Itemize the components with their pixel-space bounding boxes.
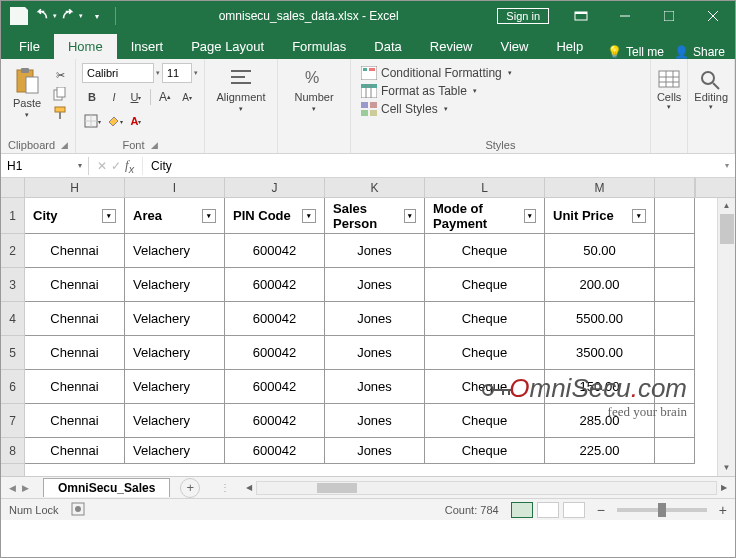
row-header[interactable]: 5: [1, 336, 24, 370]
italic-button[interactable]: I: [104, 87, 124, 107]
col-header-j[interactable]: J: [225, 178, 325, 197]
tell-me[interactable]: 💡Tell me: [607, 45, 664, 59]
table-cell[interactable]: Cheque: [425, 404, 545, 438]
table-cell[interactable]: 600042: [225, 268, 325, 302]
scroll-thumb[interactable]: [317, 483, 357, 493]
sheet-next-icon[interactable]: ▶: [22, 483, 29, 493]
table-cell[interactable]: Chennai: [25, 234, 125, 268]
tab-review[interactable]: Review: [416, 34, 487, 59]
zoom-slider[interactable]: [617, 508, 707, 512]
table-cell[interactable]: Velachery: [125, 268, 225, 302]
conditional-formatting-button[interactable]: Conditional Formatting▾: [357, 65, 516, 81]
table-cell[interactable]: [655, 234, 695, 268]
table-cell[interactable]: 600042: [225, 404, 325, 438]
table-cell[interactable]: Chennai: [25, 268, 125, 302]
zoom-out-button[interactable]: −: [597, 502, 605, 518]
table-cell[interactable]: Jones: [325, 234, 425, 268]
table-cell[interactable]: Chennai: [25, 370, 125, 404]
table-cell[interactable]: [655, 404, 695, 438]
table-cell[interactable]: Jones: [325, 302, 425, 336]
table-cell[interactable]: Velachery: [125, 438, 225, 464]
scroll-thumb[interactable]: [720, 214, 734, 244]
table-cell[interactable]: Cheque: [425, 336, 545, 370]
tab-data[interactable]: Data: [360, 34, 415, 59]
row-header[interactable]: 8: [1, 438, 24, 464]
new-sheet-button[interactable]: +: [180, 478, 200, 498]
tab-view[interactable]: View: [486, 34, 542, 59]
table-cell[interactable]: [655, 268, 695, 302]
increase-font-button[interactable]: A▴: [155, 87, 175, 107]
table-cell[interactable]: 5500.00: [545, 302, 655, 336]
zoom-in-button[interactable]: +: [719, 502, 727, 518]
table-cell[interactable]: [655, 370, 695, 404]
font-size-input[interactable]: [162, 63, 192, 83]
expand-formula-bar-icon[interactable]: ▾: [719, 161, 735, 170]
cells-dropdown[interactable]: Cells ▾: [657, 63, 681, 111]
table-cell[interactable]: Cheque: [425, 234, 545, 268]
chevron-down-icon[interactable]: ▾: [156, 69, 160, 77]
table-cell[interactable]: Cheque: [425, 438, 545, 464]
filter-dropdown-icon[interactable]: ▾: [404, 209, 416, 223]
share-button[interactable]: 👤Share: [674, 45, 725, 59]
table-cell[interactable]: Chennai: [25, 336, 125, 370]
table-cell[interactable]: 225.00: [545, 438, 655, 464]
table-cell[interactable]: 600042: [225, 234, 325, 268]
format-as-table-button[interactable]: Format as Table▾: [357, 83, 516, 99]
scroll-right-icon[interactable]: ▶: [717, 483, 731, 492]
filter-dropdown-icon[interactable]: ▾: [202, 209, 216, 223]
table-cell[interactable]: 600042: [225, 336, 325, 370]
scroll-left-icon[interactable]: ◀: [242, 483, 256, 492]
table-cell[interactable]: Cheque: [425, 268, 545, 302]
tab-home[interactable]: Home: [54, 34, 117, 59]
vertical-scrollbar[interactable]: ▲ ▼: [717, 198, 735, 476]
fill-color-button[interactable]: ▾: [104, 111, 124, 131]
table-header-cell[interactable]: Mode of Payment▾: [425, 198, 545, 234]
number-dropdown[interactable]: % Number ▾: [284, 63, 344, 113]
col-header-n[interactable]: [655, 178, 695, 197]
decrease-font-button[interactable]: A▾: [177, 87, 197, 107]
table-cell[interactable]: 150.00: [545, 370, 655, 404]
table-cell[interactable]: 600042: [225, 438, 325, 464]
table-header-cell[interactable]: Unit Price▾: [545, 198, 655, 234]
col-header-m[interactable]: M: [545, 178, 655, 197]
tab-insert[interactable]: Insert: [117, 34, 178, 59]
table-cell[interactable]: Cheque: [425, 302, 545, 336]
editing-dropdown[interactable]: Editing ▾: [694, 63, 728, 111]
sheet-prev-icon[interactable]: ◀: [9, 483, 16, 493]
save-icon[interactable]: [7, 5, 31, 27]
table-header-cell[interactable]: City▾: [25, 198, 125, 234]
table-cell[interactable]: Jones: [325, 268, 425, 302]
ribbon-display-options-icon[interactable]: [559, 1, 603, 31]
row-header[interactable]: 7: [1, 404, 24, 438]
copy-icon[interactable]: [51, 86, 69, 102]
table-cell[interactable]: 600042: [225, 302, 325, 336]
row-header[interactable]: 1: [1, 198, 24, 234]
table-cell[interactable]: 285.00: [545, 404, 655, 438]
macro-record-icon[interactable]: [71, 502, 85, 518]
fx-icon[interactable]: fx: [125, 157, 134, 175]
table-cell[interactable]: Cheque: [425, 370, 545, 404]
sign-in-button[interactable]: Sign in: [497, 8, 549, 24]
row-header[interactable]: 2: [1, 234, 24, 268]
table-cell[interactable]: Jones: [325, 438, 425, 464]
close-button[interactable]: [691, 1, 735, 31]
cancel-icon[interactable]: ✕: [97, 159, 107, 173]
normal-view-button[interactable]: [511, 502, 533, 518]
cut-icon[interactable]: ✂: [51, 67, 69, 83]
alignment-dropdown[interactable]: Alignment ▾: [211, 63, 271, 113]
name-box[interactable]: H1▾: [1, 157, 89, 175]
table-cell[interactable]: 200.00: [545, 268, 655, 302]
row-header[interactable]: 6: [1, 370, 24, 404]
table-cell[interactable]: Velachery: [125, 302, 225, 336]
row-header[interactable]: 4: [1, 302, 24, 336]
col-header-l[interactable]: L: [425, 178, 545, 197]
filter-dropdown-icon[interactable]: ▾: [302, 209, 316, 223]
page-break-view-button[interactable]: [563, 502, 585, 518]
undo-icon[interactable]: ▾: [33, 5, 57, 27]
table-header-cell[interactable]: PIN Code▾: [225, 198, 325, 234]
tab-help[interactable]: Help: [542, 34, 597, 59]
table-cell[interactable]: Velachery: [125, 404, 225, 438]
filter-dropdown-icon[interactable]: ▾: [524, 209, 536, 223]
table-cell[interactable]: Chennai: [25, 302, 125, 336]
table-cell[interactable]: Jones: [325, 336, 425, 370]
